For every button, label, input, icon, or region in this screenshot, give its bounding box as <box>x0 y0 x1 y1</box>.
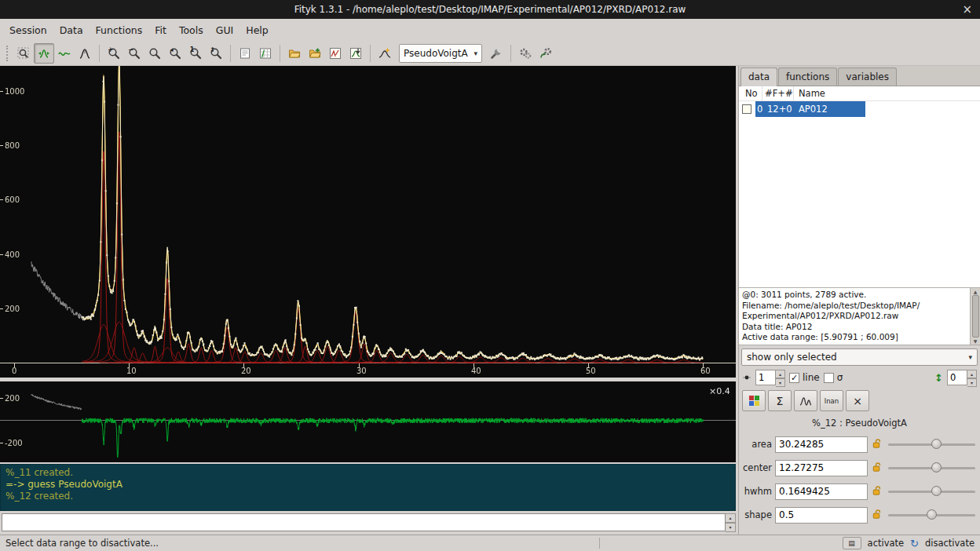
dataset-name: AP012 <box>799 104 865 115</box>
scrollbar-thumb[interactable] <box>972 295 979 338</box>
status-mouse-hint-button[interactable]: ▤ <box>843 537 861 549</box>
menu-gui[interactable]: GUI <box>210 20 240 40</box>
data-range-mode-button[interactable] <box>34 43 54 64</box>
export-data-button[interactable] <box>346 43 366 64</box>
script-editor-button[interactable] <box>235 43 255 64</box>
data-edit-button[interactable] <box>325 43 346 64</box>
command-history-spinner[interactable]: ▴▾ <box>726 513 736 531</box>
menu-data[interactable]: Data <box>53 20 90 40</box>
auto-add-peak-button[interactable] <box>375 43 395 64</box>
history-down-icon[interactable]: ▾ <box>726 523 736 532</box>
filter-dropdown-value: show only selected <box>747 352 837 363</box>
console-line-1: =-> guess PseudoVoigtA <box>5 479 730 491</box>
parameter-value-area[interactable] <box>775 436 868 453</box>
chevron-down-icon: ▾ <box>474 49 477 57</box>
slider-thumb[interactable] <box>931 486 942 496</box>
lock-open-icon[interactable] <box>871 438 883 451</box>
zoom-previous-button[interactable]: ◂ <box>165 43 185 64</box>
chartsave-icon <box>349 47 362 60</box>
checkbox-unchecked-icon[interactable] <box>824 373 834 383</box>
lock-open-icon[interactable] <box>871 485 883 498</box>
sidebar-tabs: data functions variables <box>739 66 980 86</box>
output-console[interactable]: %_11 created.=-> guess PseudoVoigtA%_12 … <box>0 464 736 511</box>
wrench-icon <box>490 47 503 60</box>
slider-thumb[interactable] <box>927 509 937 520</box>
sum-button[interactable]: Σ <box>768 390 792 411</box>
checkbox-checked-icon[interactable]: ✓ <box>789 373 799 383</box>
window-title: Fityk 1.3.1 - /home/aleplo/test/Desktop/… <box>0 4 980 15</box>
parameter-slider-area[interactable] <box>887 436 977 452</box>
lock-open-icon[interactable] <box>871 509 883 521</box>
undo-fit-button[interactable] <box>536 43 556 64</box>
parameter-slider-shape[interactable] <box>887 507 977 523</box>
sigma-checkbox[interactable]: σ <box>824 372 843 383</box>
dataset-colors-button[interactable] <box>742 390 766 411</box>
zoom-100-button[interactable]: 1 <box>185 43 206 64</box>
spin-down-icon[interactable]: ▾ <box>967 378 977 387</box>
functions-plot-button[interactable] <box>794 390 817 411</box>
dataset-color-checkbox[interactable] <box>742 104 751 114</box>
spin-up-icon[interactable]: ▴ <box>967 370 977 378</box>
parameter-slider-hwhm[interactable] <box>887 483 977 499</box>
parameter-value-hwhm[interactable] <box>775 483 868 500</box>
nan-button[interactable]: lnan <box>820 390 843 411</box>
parameter-slider-center[interactable] <box>887 460 977 476</box>
filter-dropdown[interactable]: show only selected ▾ <box>741 348 978 366</box>
toolbar-handle[interactable] <box>6 46 9 61</box>
lock-open-icon[interactable] <box>871 462 883 474</box>
toolbar-separator <box>280 45 280 62</box>
open-data-button[interactable] <box>284 43 305 64</box>
chevron-down-icon: ▾ <box>968 353 972 361</box>
scroll-down-icon[interactable]: ▼ <box>974 338 978 344</box>
aux-plot-canvas[interactable] <box>0 381 736 462</box>
baseline-mode-button[interactable] <box>54 43 75 64</box>
append-data-button[interactable] <box>305 43 325 64</box>
tab-functions[interactable]: functions <box>778 68 837 86</box>
parameter-value-center[interactable] <box>775 460 868 476</box>
main-plot-canvas[interactable] <box>0 66 736 378</box>
parameter-value-shape[interactable] <box>775 507 868 524</box>
command-input[interactable] <box>2 513 726 531</box>
tab-data[interactable]: data <box>740 68 777 86</box>
dataset-row-selection[interactable]: 0 12+0 AP012 <box>755 101 865 117</box>
info-scrollbar[interactable]: ▲▼ <box>970 288 980 345</box>
fit-method-button[interactable] <box>486 43 506 64</box>
run-fit-button[interactable] <box>515 43 536 64</box>
zoom-in-button[interactable]: + <box>104 43 124 64</box>
dataset-row[interactable]: 0 12+0 AP012 <box>739 101 980 117</box>
spin-down-icon[interactable]: ▾ <box>776 378 785 387</box>
peaks2-icon <box>799 395 812 407</box>
history-up-icon[interactable]: ▴ <box>726 513 736 523</box>
function-type-dropdown[interactable]: PseudoVoigtA▾ <box>399 44 482 63</box>
toolbar: +−◂1↕PseudoVoigtA▾ <box>0 41 980 66</box>
swap-mode-icon[interactable]: ↻ <box>910 538 919 549</box>
point-size-spinner[interactable]: ▴▾ <box>755 370 785 385</box>
spin-up-icon[interactable]: ▴ <box>776 370 785 378</box>
menu-tools[interactable]: Tools <box>173 20 210 40</box>
menu-session[interactable]: Session <box>3 20 53 40</box>
zoom-out-button[interactable]: − <box>124 43 144 64</box>
point-size-input[interactable] <box>755 370 776 385</box>
zoom-vertical-button[interactable]: ↕ <box>206 43 226 64</box>
tab-variables[interactable]: variables <box>838 68 897 86</box>
parameter-row-shape: shape <box>742 503 977 527</box>
toolbar-separator <box>99 45 100 62</box>
menu-functions[interactable]: Functions <box>90 20 149 40</box>
data-table-button[interactable] <box>255 43 276 64</box>
slider-thumb[interactable] <box>931 462 942 473</box>
line-checkbox[interactable]: ✓line <box>789 372 820 383</box>
dataset-info-panel: @0: 3011 points, 2789 active. Filename: … <box>739 288 980 345</box>
shift-updown-icon[interactable]: ↕ <box>934 372 943 384</box>
menu-fit[interactable]: Fit <box>148 20 173 40</box>
zoom-mode-button[interactable] <box>13 43 34 64</box>
fityk-window: Fityk 1.3.1 - /home/aleplo/test/Desktop/… <box>0 0 980 551</box>
zoom-all-button[interactable] <box>144 43 165 64</box>
shift-input[interactable] <box>947 370 967 385</box>
close-icon[interactable]: × <box>962 2 972 17</box>
slider-thumb[interactable] <box>931 439 942 449</box>
menu-help[interactable]: Help <box>240 20 275 40</box>
scroll-up-icon[interactable]: ▲ <box>974 289 978 294</box>
delete-button[interactable]: × <box>846 390 869 411</box>
add-peak-mode-button[interactable] <box>75 43 95 64</box>
shift-spinner[interactable]: ▴▾ <box>947 370 977 385</box>
